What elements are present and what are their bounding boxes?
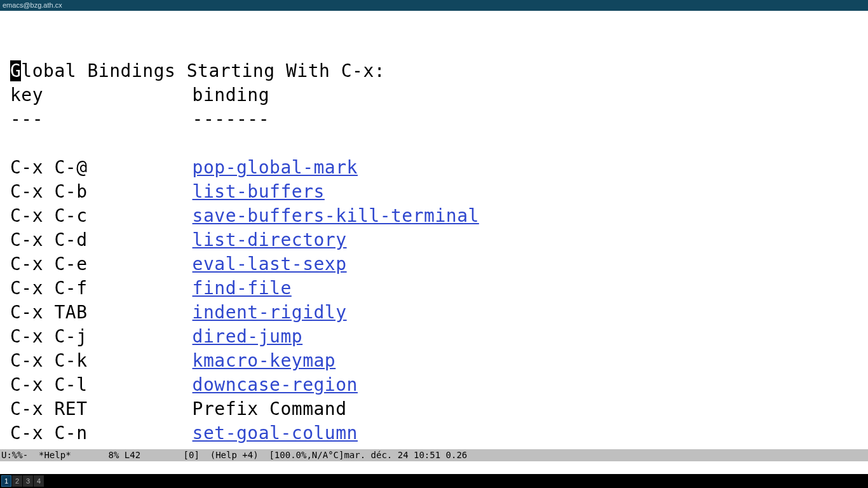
binding-command-link[interactable]: downcase-region (193, 374, 358, 395)
header-key: key (10, 83, 193, 107)
workspace-button-1[interactable]: 1 (1, 475, 11, 487)
buffer-header-row: keybinding (10, 83, 858, 107)
binding-command: Prefix Command (193, 398, 347, 419)
blank-row (10, 132, 858, 156)
binding-row: C-x TABindent-rigidly (10, 301, 858, 325)
right-fringe (863, 11, 868, 449)
binding-command-link[interactable]: indent-rigidly (193, 302, 347, 323)
mode-line[interactable]: U:%%- *Help* 8% L42 [0] (Help +4) [100.0… (0, 449, 868, 461)
binding-key: C-x C-o (10, 445, 193, 449)
binding-key: C-x C-k (10, 349, 193, 373)
window-titlebar: emacs@bzg.ath.cx (0, 0, 868, 11)
workspace-button-4[interactable]: 4 (34, 475, 44, 487)
window-title: emacs@bzg.ath.cx (3, 1, 62, 9)
binding-row: C-x C-dlist-directory (10, 228, 858, 252)
binding-key: C-x C-l (10, 373, 193, 397)
binding-key: C-x C-@ (10, 156, 193, 180)
binding-row: C-x C-kkmacro-keymap (10, 349, 858, 373)
rule-key: --- (10, 107, 193, 132)
binding-row: C-x C-odelete-blank-lines (10, 445, 858, 449)
binding-command-link[interactable]: dired-jump (193, 326, 303, 347)
binding-key: C-x C-e (10, 252, 193, 276)
binding-command-link[interactable]: save-buffers-kill-terminal (193, 205, 479, 226)
binding-key: C-x C-b (10, 180, 193, 204)
binding-key: C-x C-j (10, 325, 193, 349)
binding-command-link[interactable]: list-buffers (193, 181, 325, 202)
binding-row: C-x C-blist-buffers (10, 180, 858, 204)
binding-row: C-x RETPrefix Command (10, 397, 858, 421)
buffer-rule-row: ---------- (10, 107, 858, 132)
binding-command-link[interactable]: delete-blank-lines (193, 447, 391, 449)
cursor: G (10, 60, 21, 81)
workspace-switcher: 1234 (0, 474, 868, 488)
binding-row: C-x C-@pop-global-mark (10, 156, 858, 180)
workspace-button-2[interactable]: 2 (12, 475, 22, 487)
binding-key: C-x C-c (10, 204, 193, 228)
binding-key: C-x TAB (10, 301, 193, 325)
binding-key: C-x C-n (10, 421, 193, 445)
binding-command-link[interactable]: list-directory (193, 229, 347, 250)
binding-command-link[interactable]: pop-global-mark (193, 157, 358, 178)
binding-command-link[interactable]: eval-last-sexp (193, 254, 347, 274)
binding-key: C-x C-f (10, 276, 193, 301)
help-buffer[interactable]: Global Bindings Starting With C-x:keybin… (5, 11, 863, 449)
binding-key: C-x C-d (10, 228, 193, 252)
binding-row: C-x C-ffind-file (10, 276, 858, 301)
binding-row: C-x C-jdired-jump (10, 325, 858, 349)
binding-command-link[interactable]: find-file (193, 278, 292, 299)
emacs-frame: Global Bindings Starting With C-x:keybin… (0, 11, 868, 474)
workspace-button-3[interactable]: 3 (23, 475, 33, 487)
binding-row: C-x C-nset-goal-column (10, 421, 858, 445)
binding-row: C-x C-csave-buffers-kill-terminal (10, 204, 858, 228)
binding-row: C-x C-eeval-last-sexp (10, 252, 858, 276)
buffer-title-row: Global Bindings Starting With C-x: (10, 59, 858, 83)
binding-key: C-x RET (10, 397, 193, 421)
minibuffer[interactable] (0, 461, 868, 474)
binding-command-link[interactable]: set-goal-column (193, 423, 358, 444)
left-fringe (0, 11, 5, 449)
binding-command-link[interactable]: kmacro-keymap (193, 350, 336, 371)
binding-row: C-x C-ldowncase-region (10, 373, 858, 397)
